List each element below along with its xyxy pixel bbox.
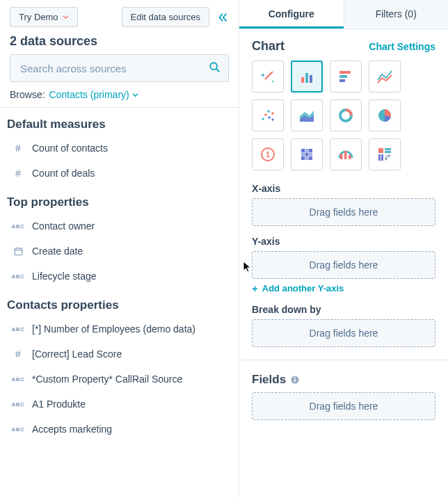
field-label: Count of deals: [32, 168, 95, 179]
chart-heading: Chart: [252, 39, 285, 54]
field-label: [Correct] Lead Score: [32, 348, 122, 360]
info-icon[interactable]: [290, 375, 300, 385]
field-label: *Custom Property* CallRail Source: [32, 374, 182, 385]
add-y-axis-label: Add another Y-axis: [262, 283, 344, 294]
try-demo-button[interactable]: Try Demo: [10, 7, 78, 27]
svg-rect-10: [339, 71, 351, 74]
svg-point-14: [264, 113, 267, 116]
svg-rect-26: [305, 149, 309, 152]
list-item[interactable]: #[Correct] Lead Score: [0, 342, 239, 367]
collapse-panel-icon[interactable]: [216, 11, 229, 24]
default-measures-header: Default measures: [0, 108, 239, 136]
list-item[interactable]: Create date: [0, 239, 239, 264]
field-label: Accepts marketing: [32, 424, 112, 435]
chart-type-line-icon[interactable]: [369, 61, 401, 93]
list-item[interactable]: #Count of contacts: [0, 136, 239, 161]
field-label: Count of contacts: [32, 143, 108, 154]
tab-configure[interactable]: Configure: [239, 0, 344, 29]
svg-rect-7: [301, 77, 304, 83]
svg-point-0: [210, 63, 217, 70]
list-item[interactable]: ABCA1 Produkte: [0, 392, 239, 417]
add-y-axis-button[interactable]: + Add another Y-axis: [252, 283, 344, 294]
chart-type-grid: 1: [252, 61, 435, 170]
field-label: Create date: [32, 246, 83, 257]
svg-rect-12: [339, 79, 345, 82]
fields-dropzone[interactable]: Drag fields here: [252, 392, 435, 420]
svg-rect-27: [309, 149, 312, 152]
list-item[interactable]: ABCLifecycle stage: [0, 264, 239, 289]
x-axis-dropzone[interactable]: Drag fields here: [252, 198, 435, 226]
list-item[interactable]: ABCAccepts marketing: [0, 417, 239, 442]
caret-down-icon: [132, 92, 138, 98]
chart-type-donut-icon[interactable]: [330, 99, 362, 131]
svg-rect-32: [305, 156, 309, 160]
breakdown-dropzone[interactable]: Drag fields here: [252, 319, 435, 347]
y-axis-dropzone[interactable]: Drag fields here: [252, 251, 435, 279]
try-demo-label: Try Demo: [19, 12, 58, 22]
list-item[interactable]: ABC[*] Number of Employees (demo data): [0, 316, 239, 342]
search-input-wrapper: [10, 54, 229, 82]
svg-rect-41: [381, 154, 383, 161]
svg-rect-34: [340, 154, 343, 159]
edit-sources-label: Edit data sources: [131, 12, 200, 22]
chart-type-heat-icon[interactable]: [291, 138, 323, 170]
browse-value: Contacts (primary): [49, 89, 129, 100]
svg-rect-38: [385, 148, 391, 150]
svg-rect-28: [301, 153, 305, 156]
y-axis-label: Y-axis: [252, 236, 435, 247]
svg-line-1: [216, 69, 219, 72]
svg-rect-8: [305, 73, 308, 83]
field-sections: Default measures#Count of contacts#Count…: [0, 108, 239, 442]
config-panel: Configure Filters (0) Chart Chart Settin…: [239, 0, 448, 498]
svg-rect-9: [310, 75, 312, 83]
svg-point-13: [262, 118, 264, 120]
chart-type-bar-icon[interactable]: [291, 61, 323, 93]
chart-type-area-icon[interactable]: [291, 99, 323, 131]
svg-rect-39: [385, 151, 391, 153]
chart-type-kpi-icon[interactable]: 1: [252, 138, 284, 170]
svg-point-18: [271, 118, 274, 121]
sidebar: Try Demo Edit data sources 2 data source…: [0, 0, 239, 498]
list-item[interactable]: ABCContact owner: [0, 214, 239, 239]
chart-settings-link[interactable]: Chart Settings: [369, 41, 435, 52]
svg-rect-37: [378, 148, 383, 153]
fields-heading: Fields: [252, 373, 286, 387]
field-label: [*] Number of Employees (demo data): [32, 323, 195, 335]
browse-label: Browse:: [10, 89, 45, 100]
breakdown-label: Break down by: [252, 304, 435, 315]
field-label: A1 Produkte: [32, 399, 86, 410]
edit-data-sources-button[interactable]: Edit data sources: [122, 7, 209, 27]
svg-point-15: [268, 116, 271, 119]
chart-type-scatter-icon[interactable]: [252, 99, 284, 131]
chart-type-pivot-icon[interactable]: [369, 138, 401, 170]
chart-type-gauge-icon[interactable]: [330, 138, 362, 170]
top-properties-header: Top properties: [0, 186, 239, 214]
browse-dropdown[interactable]: Contacts (primary): [49, 89, 138, 100]
list-item[interactable]: #Count of deals: [0, 161, 239, 186]
field-label: Lifecycle stage: [32, 271, 97, 282]
chart-type-hbar-icon[interactable]: [330, 61, 362, 93]
svg-rect-35: [344, 151, 347, 159]
field-label: Contact owner: [32, 220, 95, 232]
divider: [239, 360, 448, 360]
svg-rect-40: [378, 154, 381, 161]
svg-rect-29: [305, 153, 309, 156]
contacts-properties-header: Contacts properties: [0, 289, 239, 316]
svg-rect-25: [301, 149, 305, 152]
search-icon[interactable]: [209, 61, 221, 76]
svg-rect-33: [309, 156, 312, 160]
chart-type-pie-icon[interactable]: [369, 99, 401, 131]
svg-point-16: [267, 110, 270, 113]
search-input[interactable]: [19, 62, 209, 75]
svg-point-17: [271, 112, 274, 115]
svg-rect-2: [15, 248, 22, 255]
caret-down-icon: [63, 12, 69, 22]
chart-type-magic-icon[interactable]: [252, 61, 284, 93]
tab-filters[interactable]: Filters (0): [344, 0, 449, 29]
svg-rect-11: [339, 75, 347, 78]
svg-point-43: [294, 377, 296, 378]
list-item[interactable]: ABC*Custom Property* CallRail Source: [0, 367, 239, 392]
svg-text:1: 1: [266, 150, 270, 159]
svg-line-6: [265, 72, 273, 79]
svg-rect-30: [309, 153, 312, 156]
